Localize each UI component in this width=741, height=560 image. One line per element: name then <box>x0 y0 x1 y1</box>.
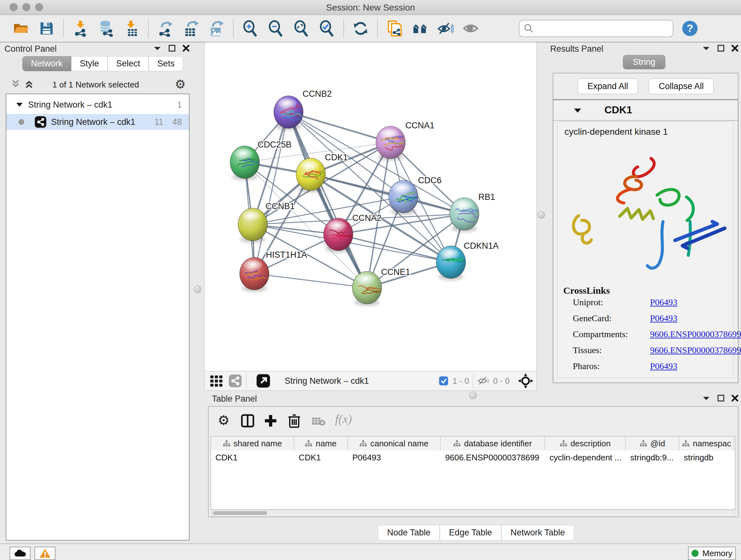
open-session-button[interactable] <box>13 20 29 37</box>
crosslink-value-link[interactable]: 9606.ENSP00000378699 <box>650 345 741 355</box>
zoom-selected-button[interactable] <box>319 20 335 37</box>
add-column-icon[interactable] <box>264 414 278 428</box>
tab-network[interactable]: Network <box>22 56 71 71</box>
grid-view-icon[interactable] <box>209 374 224 388</box>
import-network-file-button[interactable] <box>72 20 89 37</box>
table-gear-icon[interactable]: ⚙ <box>218 413 230 428</box>
delete-column-icon[interactable] <box>287 413 301 428</box>
table-cell[interactable]: CDK1 <box>294 451 348 464</box>
crosslink-value-link[interactable]: P06493 <box>650 361 677 371</box>
network-graph[interactable]: CCNB2CCNA1CDC25BCDK1CDC6RB1CCNB1CCNA2CDK… <box>205 43 536 371</box>
hidden-eye-slash-icon[interactable] <box>477 376 490 386</box>
collapse-panel-icon[interactable] <box>702 395 711 401</box>
crosslink-value-link[interactable]: 9606.ENSP00000378699 <box>650 329 741 339</box>
network-node[interactable]: RB1 <box>450 192 495 232</box>
column-header[interactable]: name <box>294 436 348 450</box>
collapse-all-networks-button[interactable] <box>11 79 20 90</box>
column-header[interactable]: shared name <box>211 436 294 450</box>
tab-network-table[interactable]: Network Table <box>501 525 575 541</box>
zoom-out-button[interactable] <box>267 20 284 37</box>
network-node[interactable]: CDC6 <box>389 176 442 215</box>
left-splitter-handle[interactable] <box>194 286 201 293</box>
column-header[interactable]: canonical name <box>348 436 441 450</box>
selected-checkbox-icon[interactable] <box>439 376 449 386</box>
table-cell[interactable]: P06493 <box>348 451 441 464</box>
tab-select[interactable]: Select <box>108 56 149 71</box>
network-options-gear-icon[interactable]: ⚙ <box>175 77 186 91</box>
collapse-panel-icon[interactable] <box>153 45 161 51</box>
function-builder-icon[interactable]: f(x) <box>335 412 352 426</box>
column-header[interactable]: @id <box>626 436 679 450</box>
open-in-window-icon[interactable] <box>256 374 271 388</box>
expand-all-button[interactable]: Expand All <box>578 78 638 94</box>
import-table-file-button[interactable] <box>123 20 140 37</box>
network-node[interactable]: CCNB2 <box>274 89 332 130</box>
cloud-status-button[interactable] <box>10 547 30 560</box>
tab-string[interactable]: String <box>623 55 665 69</box>
export-table-button[interactable] <box>183 20 199 37</box>
export-image-button[interactable] <box>208 20 225 37</box>
network-row-selected[interactable]: String Network – cdk1 11 48 <box>6 114 189 130</box>
column-header[interactable]: database identifier <box>441 436 545 450</box>
nested-networks-button[interactable] <box>412 20 428 37</box>
table-cell[interactable]: stringdb:9... <box>626 451 679 464</box>
network-canvas[interactable]: CCNB2CCNA1CDC25BCDK1CDC6RB1CCNB1CCNA2CDK… <box>204 42 537 372</box>
collapse-panel-icon[interactable] <box>702 45 711 51</box>
network-edge[interactable] <box>254 112 288 273</box>
table-cell[interactable]: cyclin-dependent ... <box>545 451 626 464</box>
zoom-in-button[interactable] <box>242 20 259 37</box>
network-collection-row[interactable]: String Network – cdk1 1 <box>6 97 189 113</box>
network-node[interactable]: CCNE1 <box>352 267 410 306</box>
refresh-view-button[interactable] <box>352 20 369 37</box>
horizontal-splitter-handle[interactable] <box>469 391 477 399</box>
string-view-icon[interactable] <box>228 374 242 388</box>
close-panel-icon[interactable] <box>731 395 738 401</box>
select-columns-icon[interactable] <box>241 414 255 428</box>
node-table[interactable]: shared namenamecanonical namedatabase id… <box>211 436 735 509</box>
close-panel-icon[interactable] <box>183 45 190 52</box>
table-cell[interactable]: CDK1 <box>211 451 294 464</box>
network-node[interactable]: CCNA2 <box>324 213 382 253</box>
memory-button[interactable]: Memory <box>688 547 736 560</box>
network-node[interactable]: CDKN1A <box>436 241 499 280</box>
search-input[interactable] <box>537 22 673 35</box>
table-cell[interactable]: stringdb <box>679 451 734 464</box>
crosslink-value-link[interactable]: P06493 <box>650 297 677 307</box>
tab-sets[interactable]: Sets <box>149 56 183 71</box>
expand-all-networks-button[interactable] <box>24 79 34 90</box>
tab-style[interactable]: Style <box>71 56 108 71</box>
help-button[interactable]: ? <box>682 20 698 37</box>
tab-node-table[interactable]: Node Table <box>378 525 440 541</box>
entry-collapse-icon[interactable] <box>573 107 582 114</box>
network-edge[interactable] <box>288 112 391 142</box>
hide-selected-button[interactable] <box>437 20 454 37</box>
network-snapshot-button[interactable] <box>386 20 403 37</box>
float-panel-icon[interactable] <box>718 45 724 52</box>
network-edge[interactable] <box>288 112 367 288</box>
right-splitter-handle[interactable] <box>537 211 545 219</box>
save-session-button[interactable] <box>38 20 55 37</box>
results-entry-header[interactable]: CDK1 <box>553 100 738 121</box>
search-field[interactable] <box>519 20 673 37</box>
show-panels-button[interactable] <box>463 20 479 37</box>
import-network-database-button[interactable] <box>98 20 114 37</box>
float-panel-icon[interactable] <box>718 395 724 401</box>
network-edge[interactable] <box>254 273 367 288</box>
column-header[interactable]: namespac <box>679 436 734 450</box>
crosslink-value-link[interactable]: P06493 <box>650 313 677 323</box>
network-node[interactable]: CCNB1 <box>238 201 295 243</box>
tab-edge-table[interactable]: Edge Table <box>440 525 501 541</box>
table-cell[interactable]: 9606.ENSP00000378699 <box>441 451 545 464</box>
network-node[interactable]: HIST1H1A <box>240 250 307 292</box>
zoom-fit-button[interactable] <box>293 20 310 37</box>
float-panel-icon[interactable] <box>169 45 176 52</box>
birdseye-crosshair-icon[interactable] <box>518 373 533 388</box>
network-node[interactable]: CCNA1 <box>376 121 434 161</box>
tree-expand-icon[interactable] <box>15 102 23 108</box>
warnings-button[interactable] <box>35 547 56 560</box>
scrollbar-thumb[interactable] <box>213 511 267 515</box>
export-network-button[interactable] <box>157 20 174 37</box>
delete-table-icon[interactable] <box>312 416 326 427</box>
close-panel-icon[interactable] <box>731 45 738 52</box>
collapse-all-button[interactable]: Collapse All <box>649 78 714 94</box>
